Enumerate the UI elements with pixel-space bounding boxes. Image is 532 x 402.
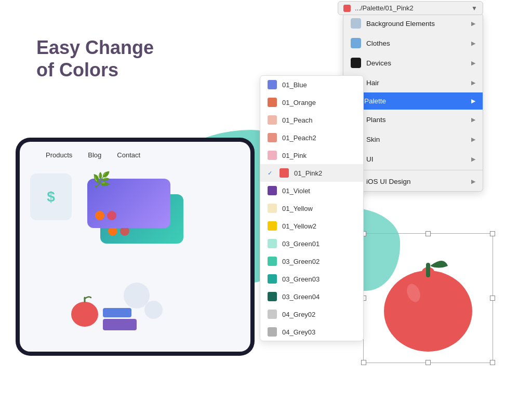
dot-red: [107, 211, 116, 220]
label-04grey03: 04_Grey03: [282, 328, 315, 336]
label-01peach: 01_Peach: [282, 116, 313, 124]
panel-item-ui[interactable]: UI ▶: [343, 149, 483, 169]
ios-chevron-icon: ▶: [471, 178, 475, 185]
panel-item-plants[interactable]: Plants ▶: [343, 110, 483, 129]
handle-tr[interactable]: [490, 231, 495, 236]
ios-label: iOS UI Design: [366, 178, 411, 185]
path-bar-content: .../Palette/01_Pink2: [343, 4, 414, 12]
swatch-01orange: [268, 98, 277, 107]
handle-br[interactable]: [490, 360, 495, 365]
skin-label: Skin: [366, 136, 380, 143]
ui-label: UI: [366, 155, 374, 163]
color-item-04grey03[interactable]: 04_Grey03: [260, 323, 363, 341]
right-panel: Background Elements ▶ Clothes ▶ Devices …: [343, 13, 483, 192]
color-item-01blue[interactable]: 01_Blue: [260, 76, 363, 93]
swatch-01violet: [268, 186, 277, 195]
swatch-01yellow: [268, 204, 277, 213]
label-01pink: 01_Pink: [282, 152, 307, 159]
color-item-03green02[interactable]: 03_Green02: [260, 252, 363, 270]
path-bar-text: .../Palette/01_Pink2: [355, 4, 414, 12]
swatch-01yellow2: [268, 221, 277, 231]
color-item-04grey02[interactable]: 04_Grey02: [260, 305, 363, 323]
dot-orange: [95, 211, 104, 220]
hair-label: Hair: [366, 79, 379, 87]
swatch-01peach2: [268, 133, 277, 142]
background-label: Background Elements: [366, 20, 435, 28]
color-item-01violet[interactable]: 01_Violet: [260, 182, 363, 199]
plants-chevron-icon: ▶: [471, 116, 475, 123]
color-item-03green04[interactable]: 03_Green04: [260, 288, 363, 305]
devices-label: Devices: [366, 59, 391, 67]
heading: Easy Change of Colors: [36, 36, 154, 81]
swatch-01peach: [268, 115, 277, 125]
color-item-01peach2[interactable]: 01_Peach2: [260, 129, 363, 146]
clothes-icon: [351, 38, 361, 48]
palette-label: Palette: [364, 97, 386, 105]
circle-deco-2: [144, 301, 163, 319]
left-color-panel: 01_Blue 01_Orange 01_Peach 01_Peach2 01_…: [260, 75, 364, 341]
swatch-01blue: [268, 80, 277, 89]
panel-divider: [343, 170, 483, 170]
device-nav: Products Blog Contact: [20, 142, 250, 168]
heading-line1: Easy Change: [36, 37, 154, 58]
label-03green04: 03_Green04: [282, 293, 320, 301]
skin-chevron-icon: ▶: [471, 136, 475, 143]
handle-bl[interactable]: [361, 360, 366, 365]
label-01yellow: 01_Yellow: [282, 205, 313, 212]
devices-icon: [351, 58, 361, 68]
panel-item-devices[interactable]: Devices ▶: [343, 53, 483, 73]
selection-box: [366, 236, 490, 360]
color-item-01yellow[interactable]: 01_Yellow: [260, 199, 363, 217]
devices-chevron-icon: ▶: [471, 60, 475, 66]
label-01violet: 01_Violet: [282, 187, 310, 195]
plants-label: Plants: [366, 116, 386, 124]
label-01yellow2: 01_Yellow2: [282, 222, 316, 230]
color-item-01peach[interactable]: 01_Peach: [260, 111, 363, 129]
blocks-stack: [103, 308, 137, 332]
heading-line2: of Colors: [36, 59, 118, 81]
background-icon: [351, 18, 361, 29]
label-03green01: 03_Green01: [282, 240, 320, 248]
panel-item-clothes[interactable]: Clothes ▶: [343, 33, 483, 53]
label-01blue: 01_Blue: [282, 81, 307, 89]
color-item-03green03[interactable]: 03_Green03: [260, 270, 363, 288]
ui-chevron-icon: ▶: [471, 156, 475, 163]
panel-item-hair[interactable]: Hair ▶: [343, 73, 483, 92]
device-mockup: Products Blog Contact $ 🌿: [16, 138, 255, 356]
handle-bm[interactable]: [425, 360, 431, 365]
handle-mr[interactable]: [490, 296, 495, 301]
swatch-03green01: [268, 239, 277, 248]
color-item-03green01[interactable]: 03_Green01: [260, 235, 363, 252]
path-bar-chevron-icon: ▼: [471, 5, 477, 12]
pink2-check: ✓: [268, 170, 272, 177]
label-01peach2: 01_Peach2: [282, 134, 316, 142]
nav-contact[interactable]: Contact: [117, 151, 140, 159]
small-apple: [69, 293, 100, 329]
swatch-04grey03: [268, 327, 277, 337]
swatch-01pink: [268, 151, 277, 160]
swatch-04grey02: [268, 310, 277, 319]
clothes-chevron-icon: ▶: [471, 40, 475, 47]
path-bar[interactable]: .../Palette/01_Pink2 ▼: [338, 1, 483, 15]
panel-item-skin[interactable]: Skin ▶: [343, 129, 483, 149]
swatch-03green04: [268, 292, 277, 301]
path-color-dot: [343, 5, 351, 12]
panel-item-palette[interactable]: ✓ Palette ▶: [343, 92, 483, 110]
nav-products[interactable]: Products: [46, 151, 72, 159]
device-screen: Products Blog Contact $ 🌿: [20, 142, 250, 352]
dollar-card: $: [30, 173, 72, 220]
panel-item-background[interactable]: Background Elements ▶: [343, 14, 483, 33]
panel-item-ios[interactable]: 🔗 iOS UI Design ▶: [343, 171, 483, 191]
color-item-01pink2[interactable]: ✓ 01_Pink2: [260, 164, 363, 182]
color-item-01orange[interactable]: 01_Orange: [260, 93, 363, 111]
nav-blog[interactable]: Blog: [88, 151, 101, 159]
handle-tm[interactable]: [425, 231, 431, 236]
color-item-01pink[interactable]: 01_Pink: [260, 146, 363, 164]
clothes-label: Clothes: [366, 39, 390, 47]
swatch-01pink2: [280, 168, 289, 178]
svg-point-0: [71, 302, 98, 327]
color-item-01yellow2[interactable]: 01_Yellow2: [260, 217, 363, 235]
main-apple-container: [366, 236, 490, 360]
swatch-03green03: [268, 274, 277, 284]
label-01orange: 01_Orange: [282, 99, 316, 106]
